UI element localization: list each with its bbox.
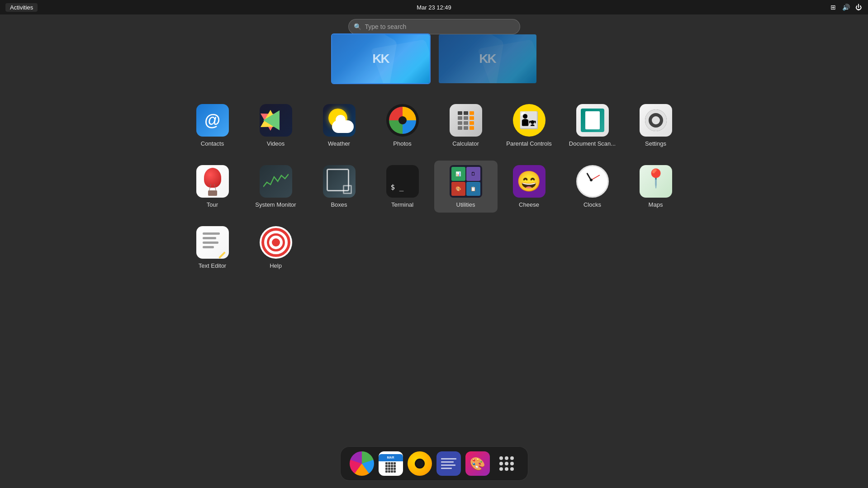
- calendar-body: [384, 461, 397, 474]
- system-monitor-icon: [260, 165, 292, 198]
- maps-label: Maps: [649, 201, 663, 208]
- app-parental-controls[interactable]: 👨‍👧 Parental Controls: [498, 99, 561, 152]
- app-cheese[interactable]: 😄 Cheese: [498, 161, 561, 213]
- workspace-2[interactable]: KK: [438, 33, 537, 84]
- settings-icon: [640, 104, 672, 137]
- weather-label: Weather: [328, 140, 350, 147]
- contacts-icon: [196, 104, 229, 137]
- network-icon[interactable]: ⊞: [829, 3, 837, 11]
- app-weather[interactable]: Weather: [308, 99, 371, 152]
- help-label: Help: [270, 262, 282, 269]
- tour-icon: [196, 165, 229, 198]
- photos-icon: [386, 104, 419, 137]
- app-help[interactable]: Help: [244, 222, 308, 274]
- videos-label: Videos: [267, 140, 285, 147]
- terminal-icon: $ _: [386, 165, 419, 198]
- document-scanner-label: Document Scan...: [569, 140, 616, 147]
- search-container: 🔍: [348, 19, 520, 34]
- clocks-icon: [576, 165, 609, 198]
- app-grid: Contacts Videos Weather Photos: [181, 99, 688, 274]
- parental-controls-label: Parental Controls: [506, 140, 551, 147]
- dock-gnome[interactable]: [350, 451, 374, 476]
- dock: MAR 🎨: [340, 446, 528, 481]
- topbar-right: ⊞ 🔊 ⏻: [829, 3, 863, 11]
- terminal-prompt-text: $ _: [391, 183, 404, 191]
- app-terminal[interactable]: $ _ Terminal: [371, 161, 434, 213]
- app-clocks[interactable]: Clocks: [561, 161, 624, 213]
- videos-icon: [260, 104, 292, 137]
- dock-show-apps[interactable]: [494, 451, 519, 476]
- parental-controls-icon: 👨‍👧: [513, 104, 545, 137]
- photos-label: Photos: [393, 140, 411, 147]
- contacts-label: Contacts: [201, 140, 224, 147]
- app-photos[interactable]: Photos: [371, 99, 434, 152]
- app-settings[interactable]: Settings: [624, 99, 688, 152]
- search-icon: 🔍: [354, 23, 361, 30]
- utilities-label: Utilities: [456, 201, 475, 208]
- workspace-1-logo: KK: [372, 52, 389, 66]
- app-calculator[interactable]: Calculator: [434, 99, 498, 152]
- workspace-1[interactable]: KK: [331, 33, 431, 84]
- terminal-label: Terminal: [391, 201, 413, 208]
- activities-button[interactable]: Activities: [5, 3, 38, 12]
- calculator-label: Calculator: [452, 140, 479, 147]
- boxes-label: Boxes: [331, 201, 347, 208]
- help-icon: [260, 226, 292, 259]
- tour-label: Tour: [207, 201, 218, 208]
- utilities-icon: 📊 🗒 🎨 📋: [450, 165, 482, 198]
- dock-appstore[interactable]: 🎨: [465, 451, 490, 476]
- app-text-editor[interactable]: Text Editor: [181, 222, 244, 274]
- search-input[interactable]: [348, 19, 520, 34]
- maps-icon: 📍: [640, 165, 672, 198]
- calculator-icon: [450, 104, 482, 137]
- clock: Mar 23 12:49: [417, 4, 451, 11]
- power-icon[interactable]: ⏻: [854, 3, 863, 11]
- clocks-label: Clocks: [583, 201, 601, 208]
- calendar-header: MAR: [379, 454, 403, 461]
- settings-label: Settings: [645, 140, 666, 147]
- cheese-label: Cheese: [519, 201, 539, 208]
- app-tour[interactable]: Tour: [181, 161, 244, 213]
- text-editor-icon: [196, 226, 229, 259]
- cheese-icon: 😄: [513, 165, 545, 198]
- topbar: Activities Mar 23 12:49 ⊞ 🔊 ⏻: [0, 0, 868, 14]
- dock-notes[interactable]: [436, 451, 461, 476]
- app-document-scanner[interactable]: Document Scan...: [561, 99, 624, 152]
- app-utilities[interactable]: 📊 🗒 🎨 📋 Utilities: [434, 161, 498, 213]
- system-monitor-label: System Monitor: [255, 201, 296, 208]
- dock-calendar[interactable]: MAR: [379, 451, 403, 476]
- document-scanner-icon: [576, 104, 609, 137]
- workspaces: KK KK: [331, 33, 537, 84]
- boxes-icon: [323, 165, 356, 198]
- dock-rhythmbox[interactable]: [408, 451, 432, 476]
- app-contacts[interactable]: Contacts: [181, 99, 244, 152]
- weather-icon: [323, 104, 356, 137]
- workspace-2-logo: KK: [479, 52, 495, 66]
- app-system-monitor[interactable]: System Monitor: [244, 161, 308, 213]
- text-editor-label: Text Editor: [199, 262, 226, 269]
- volume-icon[interactable]: 🔊: [842, 3, 850, 11]
- app-boxes[interactable]: Boxes: [308, 161, 371, 213]
- app-maps[interactable]: 📍 Maps: [624, 161, 688, 213]
- app-videos[interactable]: Videos: [244, 99, 308, 152]
- sysmon-chart: [263, 169, 289, 194]
